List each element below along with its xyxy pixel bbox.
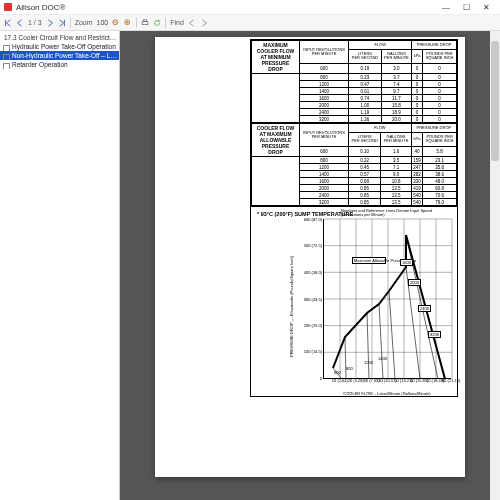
toolbar-separator [70, 18, 71, 28]
col-kpa-h: kPa [411, 132, 423, 147]
page-indicator: 1 / 3 [28, 19, 42, 26]
svg-line-22 [345, 337, 346, 379]
y-tick: 300 (43.5) [294, 296, 324, 301]
speed-label: 800 [346, 367, 353, 371]
table1-side-heading: MAXIMUM COOLER FLOW AT MINIMUM PRESSURE … [252, 41, 300, 74]
y-tick: 0 [294, 376, 324, 381]
table-min-pressure-drop: MAXIMUM COOLER FLOW AT MINIMUM PRESSURE … [251, 40, 457, 123]
zoom-out-icon[interactable] [112, 19, 120, 27]
svg-rect-5 [142, 21, 148, 24]
content-area: 17.3 Cooler Circuit Flow and Restriction… [0, 31, 500, 500]
col-lps-h: LITERSPER SECOND [349, 132, 381, 147]
col-psi-h: POUNDS PERSQUARE INCH [423, 49, 457, 64]
nav-last-icon[interactable] [58, 19, 66, 27]
svg-line-25 [389, 291, 395, 379]
nav-first-icon[interactable] [4, 19, 12, 27]
speed-label: 1600 [400, 259, 413, 266]
col-kpa-h: kPa [412, 49, 423, 64]
chart-caption: Numbers and Reference Lines Denote Input… [341, 209, 451, 218]
document-content: MAXIMUM COOLER FLOW AT MINIMUM PRESSURE … [250, 39, 458, 397]
toolbar-separator [165, 18, 166, 28]
col-pd-h: PRESSURE DROP [411, 124, 456, 133]
window-buttons: — ☐ ✕ [436, 1, 496, 14]
speed-label: 3200 [428, 331, 441, 338]
col-flow-h: FLOW [349, 41, 412, 50]
nav-next-icon[interactable] [46, 19, 54, 27]
print-icon[interactable] [141, 19, 149, 27]
vertical-scrollbar[interactable] [490, 31, 500, 500]
col-lps-h: LITERSPER SECOND [349, 49, 381, 64]
document-page: MAXIMUM COOLER FLOW AT MINIMUM PRESSURE … [155, 37, 465, 477]
find-next-icon[interactable] [200, 19, 208, 27]
chart-axes: 600 (87.0) 500 (72.5) 400 (58.0) 300 (43… [323, 219, 451, 379]
window-titlebar: Allison DOC® — ☐ ✕ [0, 0, 500, 15]
zoom-in-icon[interactable] [124, 19, 132, 27]
speed-label: 2000 [408, 279, 421, 286]
page-viewer[interactable]: MAXIMUM COOLER FLOW AT MINIMUM PRESSURE … [120, 31, 500, 500]
nav-prev-icon[interactable] [16, 19, 24, 27]
col-rpm-h: INPUT REVOLUTIONSPER MINUTE [300, 124, 349, 147]
window-title: Allison DOC® [16, 3, 436, 12]
chart-annotation-max-pd: Maximum Allowable Pressure Drop [352, 257, 386, 264]
window-minimize-button[interactable]: — [436, 1, 456, 14]
y-tick: 500 (72.5) [294, 243, 324, 248]
col-flow-h: FLOW [349, 124, 412, 133]
table-row: 8000.223.515923.1 [252, 157, 457, 164]
table2-side-heading: COOLER FLOW AT MAXIMUM ALLOWABLE PRESSUR… [252, 124, 300, 157]
speed-label: 1400 [378, 357, 387, 361]
chart-curves [324, 219, 452, 379]
svg-rect-6 [144, 19, 147, 21]
tree-item-retarder[interactable]: Retarder Operation [0, 60, 119, 69]
rotate-icon[interactable] [153, 19, 161, 27]
zoom-label: Zoom [75, 19, 93, 26]
tree-item-non-hydraulic-pto[interactable]: Non-Hydraulic Power Take-Off – Lockup Op… [0, 51, 119, 60]
svg-line-24 [379, 304, 383, 379]
window-maximize-button[interactable]: ☐ [456, 1, 476, 14]
chart-area: * 93°C (200°F) SUMP TEMPERATURE Numbers … [251, 206, 457, 396]
speed-label: 600 [334, 371, 341, 375]
table-max-pressure-drop: COOLER FLOW AT MAXIMUM ALLOWABLE PRESSUR… [251, 123, 457, 206]
y-tick: 400 (58.0) [294, 269, 324, 274]
chart-x-axis-label: COOLER FLOW – Liters/Minute (Gallons/Min… [323, 391, 451, 396]
toolbar: 1 / 3 Zoom 100 Find [0, 15, 500, 31]
col-pd-h: PRESSURE DROP [412, 41, 457, 50]
col-rpm-h: INPUT REVOLUTIONSPER MINUTE [300, 41, 349, 64]
y-tick: 200 (29.0) [294, 322, 324, 327]
col-gpm-h: GALLONSPER MINUTE [381, 132, 411, 147]
svg-line-23 [367, 313, 369, 379]
zoom-value: 100 [97, 19, 109, 26]
table-row: 8000.233.700 [252, 74, 457, 81]
bookmarks-sidebar: 17.3 Cooler Circuit Flow and Restriction… [0, 31, 120, 500]
col-gpm-h: GALLONSPER MINUTE [381, 49, 411, 64]
col-psi-h: POUNDS PERSQUARE INCH [423, 132, 457, 147]
scrollbar-thumb[interactable] [491, 41, 499, 161]
find-label: Find [170, 19, 184, 26]
window-close-button[interactable]: ✕ [476, 1, 496, 14]
y-tick: 100 (14.5) [294, 349, 324, 354]
find-prev-icon[interactable] [188, 19, 196, 27]
app-icon [4, 3, 12, 11]
speed-label: 1200 [364, 361, 373, 365]
speed-label: 2400 [418, 305, 431, 312]
toolbar-separator [136, 18, 137, 28]
tree-item-hydraulic-pto[interactable]: Hydraulic Power Take-Off Operation [0, 42, 119, 51]
tree-root[interactable]: 17.3 Cooler Circuit Flow and Restriction… [0, 33, 119, 42]
bookmarks-tree: 17.3 Cooler Circuit Flow and Restriction… [0, 33, 119, 69]
y-tick: 600 (87.0) [294, 217, 324, 222]
